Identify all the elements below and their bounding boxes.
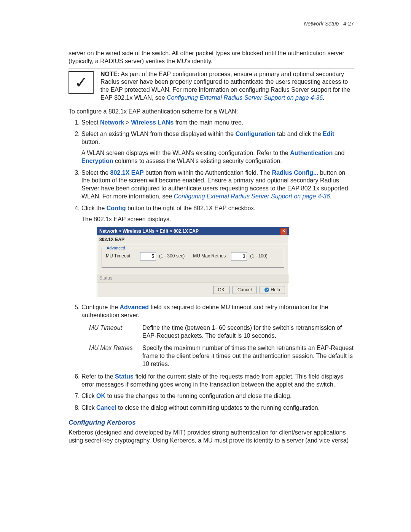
kerberos-paragraph: Kerberos (designed and developed by MIT)… (68, 429, 354, 445)
fieldset-legend: Advanced (105, 245, 127, 251)
ok-button[interactable]: OK (213, 286, 229, 294)
intro-paragraph: server on the wired side of the switch. … (68, 50, 354, 66)
step-1: Select Network > Wireless LANs from the … (81, 119, 354, 127)
dialog-buttons: OK Cancel ?Help (97, 283, 289, 298)
cancel-button[interactable]: Cancel (233, 286, 256, 294)
def-desc-timeout: Define the time (between 1- 60 seconds) … (142, 324, 354, 340)
lead-in: To configure a 802.1x EAP authentication… (68, 108, 354, 116)
def-term-retries: MU Max Retries (89, 344, 142, 368)
step-3: Select the 802.1X EAP button from within… (81, 169, 354, 201)
def-desc-retries: Specify the maximum number of times the … (142, 344, 354, 368)
kerberos-heading: Configuring Kerboros (68, 419, 354, 427)
close-icon[interactable]: × (280, 228, 287, 235)
steps-list: Select Network > Wireless LANs from the … (68, 119, 354, 412)
step-6: Refer to the Status field for the curren… (81, 373, 354, 389)
mu-retries-input[interactable] (231, 252, 247, 260)
note-text: NOTE: As part of the EAP configuration p… (100, 70, 354, 102)
retries-range: (1 - 100) (250, 253, 267, 259)
dialog-breadcrumb: Network > Wireless LANs > Edit > 802.1X … (99, 227, 199, 235)
def-term-timeout: MU Timeout (89, 324, 142, 340)
page-header: Network Setup 4-27 (68, 21, 354, 27)
note-link[interactable]: Configuring External Radius Server Suppo… (167, 94, 323, 101)
step-2-sub: A WLAN screen displays with the WLAN's e… (81, 149, 354, 165)
dialog-titlebar: Network > Wireless LANs > Edit > 802.1X … (97, 227, 289, 235)
step-4-sub: The 802.1x EAP screen displays. (81, 216, 354, 224)
step-2: Select an existing WLAN from those displ… (81, 130, 354, 165)
eap-dialog-screenshot: Network > Wireless LANs > Edit > 802.1X … (97, 227, 354, 298)
step-4: Click the Config button to the right of … (81, 204, 354, 298)
help-button[interactable]: ?Help (260, 286, 285, 294)
step-8: Click Cancel to close the dialog without… (81, 404, 354, 412)
step-3-link[interactable]: Configuring External Radius Server Suppo… (174, 193, 330, 200)
note-label: NOTE: (100, 71, 119, 77)
step-5: Configure the Advanced field as required… (81, 304, 354, 368)
eap-dialog: Network > Wireless LANs > Edit > 802.1X … (97, 227, 289, 298)
note-block: ✓ NOTE: As part of the EAP configuration… (68, 70, 354, 104)
timeout-range: (1 - 300 sec) (159, 253, 185, 259)
help-icon: ? (264, 288, 269, 292)
status-row: Status: (97, 274, 289, 283)
note-divider (68, 106, 354, 106)
note-divider (68, 69, 354, 69)
advanced-fieldset: Advanced MU Timeout (1 - 300 sec) MU Max… (102, 248, 284, 268)
step-7: Click OK to use the changes to the runni… (81, 392, 354, 400)
dialog-section-title: 802.1X EAP (97, 235, 289, 244)
mu-timeout-input[interactable] (140, 252, 156, 260)
checkmark-icon: ✓ (68, 71, 94, 94)
mu-timeout-label: MU Timeout (106, 253, 140, 259)
header-page-number: 4-27 (343, 21, 354, 27)
mu-retries-label: MU Max Retries (193, 253, 231, 259)
header-section: Network Setup (304, 21, 339, 27)
definitions: MU Timeout Define the time (between 1- 6… (89, 324, 354, 368)
